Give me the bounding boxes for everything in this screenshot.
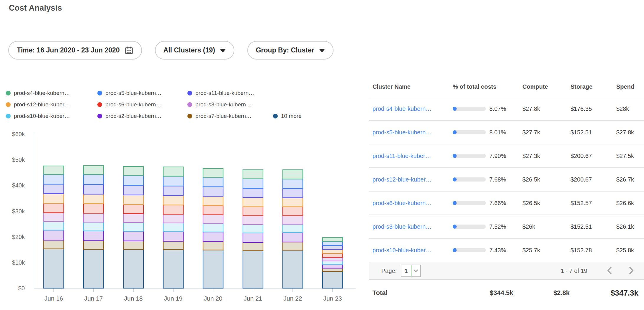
bar-segment[interactable] — [203, 241, 223, 250]
bar-segment[interactable] — [283, 250, 303, 288]
bar-segment[interactable] — [84, 241, 104, 250]
bar-segment[interactable] — [323, 238, 343, 241]
legend-item[interactable]: prod-s2-blue-kubern… — [97, 113, 187, 119]
bar-segment[interactable] — [163, 223, 183, 232]
bar-segment[interactable] — [84, 184, 104, 194]
bar-segment[interactable] — [203, 215, 223, 224]
bar-segment[interactable] — [123, 222, 143, 231]
cluster-name-link[interactable]: prod-s6-blue-kubern… — [372, 200, 453, 207]
bar-segment[interactable] — [243, 243, 263, 251]
prev-page-button[interactable] — [604, 266, 614, 276]
bar-segment[interactable] — [203, 250, 223, 288]
cluster-name-link[interactable]: prod-s3-blue-kubern… — [372, 223, 453, 230]
bar-segment[interactable] — [44, 240, 64, 249]
bar-segment[interactable] — [163, 176, 183, 186]
next-page-button[interactable] — [627, 266, 636, 276]
legend-item[interactable]: prod-s10-blue-kuber… — [6, 113, 97, 119]
bar-segment[interactable] — [84, 174, 104, 184]
bar-segment[interactable] — [283, 189, 303, 198]
bar-segment[interactable] — [203, 205, 223, 215]
bar-segment[interactable] — [323, 249, 343, 253]
bar-segment[interactable] — [84, 222, 104, 231]
bar-segment[interactable] — [323, 257, 343, 261]
bar-segment[interactable] — [203, 169, 223, 177]
bar-segment[interactable] — [44, 213, 64, 222]
bar-segment[interactable] — [44, 174, 64, 184]
bar-segment[interactable] — [243, 197, 263, 207]
bar-segment[interactable] — [283, 242, 303, 250]
legend-item[interactable]: prod-s12-blue-kuber… — [6, 101, 97, 108]
groupby-filter-pill[interactable]: Group By: Cluster — [247, 41, 334, 60]
bar-segment[interactable] — [123, 231, 143, 241]
bar-segment[interactable] — [243, 170, 263, 179]
bar-segment[interactable] — [84, 249, 104, 288]
bar-segment[interactable] — [84, 166, 104, 174]
bar-segment[interactable] — [163, 205, 183, 214]
legend-item[interactable]: prod-s3-blue-kubern… — [187, 101, 273, 108]
bar-segment[interactable] — [323, 253, 343, 258]
legend-item[interactable]: prod-s4-blue-kubern… — [6, 90, 97, 96]
bar-segment[interactable] — [123, 214, 143, 222]
cluster-name-link[interactable]: prod-s4-blue-kubern… — [372, 105, 453, 112]
bar-segment[interactable] — [123, 166, 143, 176]
bar-segment[interactable] — [44, 230, 64, 240]
cluster-name-link[interactable]: prod-s11-blue-kuber… — [372, 153, 453, 159]
cluster-name-link[interactable]: prod-s12-blue-kuber… — [372, 176, 453, 183]
bar-segment[interactable] — [163, 241, 183, 250]
bar-segment[interactable] — [163, 167, 183, 176]
bar-segment[interactable] — [44, 194, 64, 203]
bar-segment[interactable] — [323, 241, 343, 245]
bar-segment[interactable] — [44, 184, 64, 194]
legend-item[interactable]: prod-s11-blue-kubern… — [187, 90, 273, 96]
bar-segment[interactable] — [163, 214, 183, 223]
bar-segment[interactable] — [123, 241, 143, 250]
bar-segment[interactable] — [44, 249, 64, 288]
bar-segment[interactable] — [283, 179, 303, 189]
page-select[interactable]: 1 — [401, 265, 421, 277]
bar-segment[interactable] — [203, 196, 223, 205]
bar-segment[interactable] — [203, 177, 223, 187]
bar-segment[interactable] — [243, 207, 263, 216]
bar-segment[interactable] — [203, 223, 223, 232]
bar-segment[interactable] — [163, 195, 183, 205]
bar-segment[interactable] — [123, 195, 143, 205]
bar-segment[interactable] — [283, 198, 303, 207]
cluster-name-link[interactable]: prod-s10-blue-kuber… — [372, 247, 453, 254]
legend-item[interactable]: 10 more — [273, 113, 302, 119]
bar-segment[interactable] — [84, 231, 104, 241]
bar-segment[interactable] — [243, 251, 263, 288]
bar-segment[interactable] — [84, 194, 104, 204]
bar-segment[interactable] — [323, 245, 343, 249]
legend-item[interactable]: prod-s5-blue-kubern… — [97, 90, 187, 96]
bar-segment[interactable] — [323, 261, 343, 264]
bar-segment[interactable] — [84, 213, 104, 222]
bar-segment[interactable] — [163, 231, 183, 241]
bar-segment[interactable] — [283, 216, 303, 224]
bar-segment[interactable] — [283, 224, 303, 233]
time-filter-pill[interactable]: Time: 16 Jun 2020 - 23 Jun 2020 — [8, 41, 142, 60]
bar-segment[interactable] — [283, 233, 303, 242]
bar-segment[interactable] — [123, 185, 143, 195]
bar-segment[interactable] — [323, 268, 343, 271]
bar-segment[interactable] — [323, 271, 343, 288]
bar-segment[interactable] — [123, 175, 143, 185]
bar-segment[interactable] — [163, 186, 183, 195]
cluster-name-link[interactable]: prod-s5-blue-kubern… — [372, 129, 453, 136]
bar-segment[interactable] — [243, 179, 263, 188]
bar-segment[interactable] — [203, 187, 223, 196]
bar-segment[interactable] — [283, 207, 303, 216]
bar-segment[interactable] — [84, 204, 104, 213]
bar-segment[interactable] — [163, 250, 183, 288]
bar-segment[interactable] — [243, 225, 263, 233]
legend-item[interactable]: prod-s6-blue-kubern… — [97, 101, 187, 108]
bar-segment[interactable] — [203, 232, 223, 241]
bar-segment[interactable] — [44, 203, 64, 213]
bar-segment[interactable] — [243, 188, 263, 197]
bar-segment[interactable] — [243, 216, 263, 225]
bar-segment[interactable] — [123, 249, 143, 288]
clusters-filter-pill[interactable]: All Clusters (19) — [155, 41, 234, 60]
bar-segment[interactable] — [44, 166, 64, 174]
bar-segment[interactable] — [323, 264, 343, 268]
bar-segment[interactable] — [44, 222, 64, 230]
legend-item[interactable]: prod-s7-blue-kubern… — [187, 113, 273, 119]
